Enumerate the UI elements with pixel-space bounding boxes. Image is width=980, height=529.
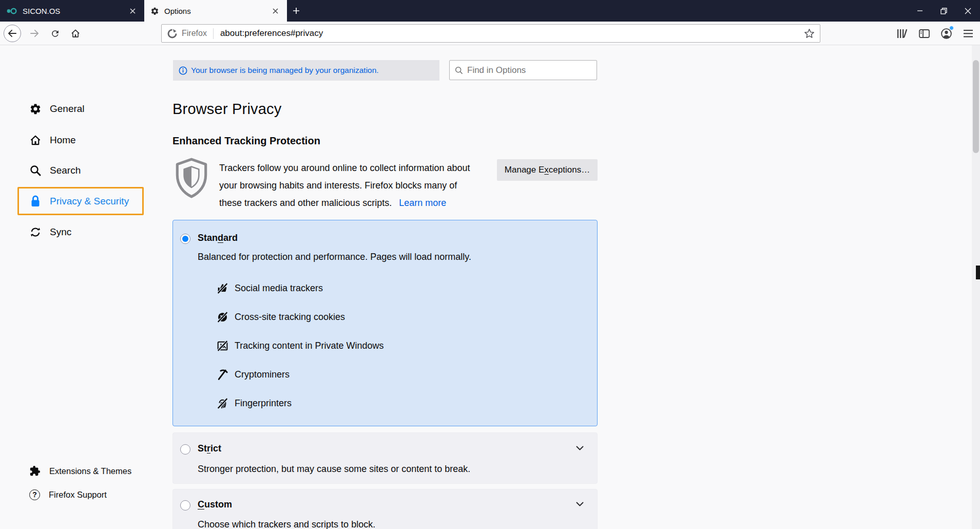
description-line: your browsing habits and interests. Fire… [219,177,507,194]
close-icon [965,8,971,14]
sidebar-item-label: Sync [50,226,71,238]
find-in-options[interactable] [449,60,597,80]
etp-option-strict[interactable]: Strict Stronger protection, but may caus… [172,432,598,484]
sidebar-item-privacy-security[interactable]: Privacy & Security [29,193,129,210]
section-title: Enhanced Tracking Protection [172,135,320,147]
lock-icon [29,195,42,208]
fingerprint-blocked-icon [216,397,229,410]
blocked-item-tracking-content: Tracking content in Private Windows [216,338,383,353]
home-icon [70,29,81,39]
home-button[interactable] [67,25,84,42]
close-icon[interactable] [127,5,138,16]
sidebar-item-label: General [50,103,85,115]
info-icon [179,66,187,75]
sidebar-panel-icon [919,29,930,38]
blocked-item-label: Fingerprinters [235,398,292,409]
account-notification-dot [949,26,954,30]
mouse-cursor [976,266,980,279]
preferences-page: General Home Search Privacy & Security S… [0,45,980,529]
reload-button[interactable] [46,25,64,42]
cookie-blocked-icon [216,311,229,324]
star-icon[interactable] [804,28,815,39]
window-controls [908,0,980,22]
blocked-item-label: Cross-site tracking cookies [235,312,345,323]
url-bar[interactable]: Firefox about:preferences#privacy [161,24,820,43]
home-icon [29,135,42,146]
blocked-item-fingerprinters: Fingerprinters [216,396,292,410]
sicon-favicon [6,7,17,15]
url-text[interactable]: about:preferences#privacy [214,28,804,39]
custom-description: Choose which trackers and scripts to blo… [198,519,375,529]
gear-icon [29,103,42,115]
sidebar-item-home[interactable]: Home [29,131,76,149]
sync-icon [29,226,42,238]
sidebar-item-label: Firefox Support [49,490,107,500]
menu-button[interactable] [959,25,977,42]
forward-button[interactable] [26,25,43,42]
identity-box[interactable]: Firefox [167,28,214,39]
radio-standard[interactable] [180,234,190,244]
toolbar-right-icons [893,25,977,42]
minimize-icon [917,8,923,14]
sidebar-item-label: Privacy & Security [50,196,129,207]
account-button[interactable] [937,25,955,42]
sidebar-item-extensions-themes[interactable]: Extensions & Themes [29,464,131,478]
reload-icon [50,29,60,39]
chevron-down-icon[interactable] [576,446,584,450]
magnifier-icon [455,66,463,74]
standard-description: Balanced for protection and performance.… [198,252,471,262]
minimize-button[interactable] [908,0,932,22]
back-icon [8,29,17,37]
browser-window: SICON.OS Options [0,0,980,529]
sidebars-button[interactable] [915,25,933,42]
new-tab-button[interactable] [287,0,305,22]
tab-strip: SICON.OS Options [0,0,980,22]
navigation-toolbar: Firefox about:preferences#privacy [0,22,980,45]
social-blocked-icon [216,282,229,295]
notification-text: Your browser is being managed by your or… [191,66,379,75]
description-line: these trackers and other malicious scrip… [219,198,392,208]
tab-sicon-os[interactable]: SICON.OS [0,0,144,22]
standard-label[interactable]: Standard [198,233,238,243]
tab-options[interactable]: Options [144,0,287,22]
tab-title: SICON.OS [23,7,122,15]
scrollbar-thumb[interactable] [973,60,979,153]
sidebar-item-general[interactable]: General [29,100,85,118]
blocked-item-label: Cryptominers [235,369,290,380]
tab-title: Options [164,7,264,15]
radio-strict[interactable] [180,444,190,455]
search-input[interactable] [467,65,591,75]
chevron-down-icon[interactable] [576,502,584,506]
etp-option-custom[interactable]: Custom Choose which trackers and scripts… [172,489,598,529]
restore-icon [940,8,947,14]
menu-icon [964,30,973,37]
library-button[interactable] [893,25,911,42]
custom-label[interactable]: Custom [198,499,232,510]
radio-custom[interactable] [180,500,190,511]
sidebar-item-label: Home [50,135,76,146]
close-window-button[interactable] [956,0,980,22]
puzzle-icon [29,465,41,477]
strict-label[interactable]: Strict [198,443,221,454]
close-icon[interactable] [270,5,281,16]
manage-exceptions-button[interactable]: Manage Exceptions… [497,159,598,181]
blocked-item-cookies: Cross-site tracking cookies [216,310,345,324]
sidebar-item-search[interactable]: Search [29,162,81,179]
blocked-item-social: Social media trackers [216,281,323,295]
engine-label: Firefox [182,29,207,38]
page-title: Browser Privacy [172,101,282,118]
sidebar-item-firefox-support[interactable]: ? Firefox Support [29,487,107,502]
firefox-icon [167,28,178,39]
description-line: Trackers follow you around online to col… [219,159,507,177]
policy-notification: Your browser is being managed by your or… [173,60,439,81]
gear-icon [150,7,159,15]
restore-button[interactable] [932,0,956,22]
blocked-item-label: Tracking content in Private Windows [235,341,383,351]
learn-more-link[interactable]: Learn more [399,198,446,208]
strict-description: Stronger protection, but may cause some … [198,464,470,475]
plus-icon [293,7,300,14]
etp-option-standard[interactable]: Standard Balanced for protection and per… [172,220,598,426]
page-scrollbar[interactable] [972,45,980,529]
back-button[interactable] [4,25,21,42]
sidebar-item-sync[interactable]: Sync [29,223,71,241]
